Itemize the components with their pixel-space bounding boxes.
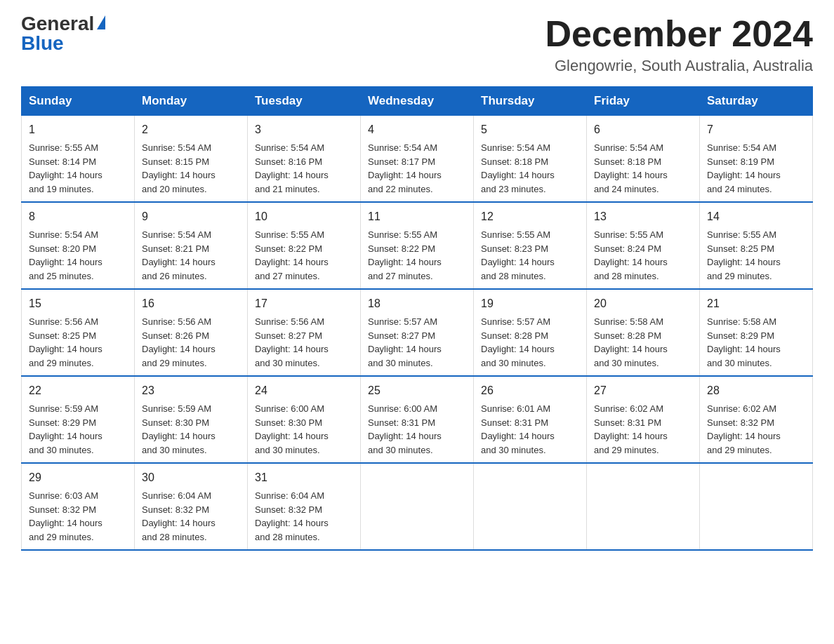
day-info: Sunrise: 5:55 AMSunset: 8:23 PMDaylight:…	[481, 229, 555, 281]
calendar-week-row: 29 Sunrise: 6:03 AMSunset: 8:32 PMDaylig…	[22, 463, 813, 550]
logo-triangle-icon	[97, 15, 105, 29]
calendar-day-cell	[361, 463, 474, 550]
calendar-day-cell: 27 Sunrise: 6:02 AMSunset: 8:31 PMDaylig…	[587, 376, 700, 463]
page-header: General Blue December 2024 Glengowrie, S…	[21, 14, 813, 75]
calendar-day-cell: 24 Sunrise: 6:00 AMSunset: 8:30 PMDaylig…	[248, 376, 361, 463]
day-number: 11	[368, 208, 466, 225]
day-number: 26	[481, 382, 579, 399]
calendar-title-area: December 2024 Glengowrie, South Australi…	[545, 14, 813, 75]
calendar-day-cell: 13 Sunrise: 5:55 AMSunset: 8:24 PMDaylig…	[587, 202, 700, 289]
calendar-day-cell	[700, 463, 813, 550]
day-info: Sunrise: 5:57 AMSunset: 8:27 PMDaylight:…	[368, 316, 442, 368]
day-number: 20	[594, 295, 692, 312]
calendar-week-row: 8 Sunrise: 5:54 AMSunset: 8:20 PMDayligh…	[22, 202, 813, 289]
day-info: Sunrise: 5:58 AMSunset: 8:28 PMDaylight:…	[594, 316, 668, 368]
day-number: 9	[142, 208, 240, 225]
day-number: 16	[142, 295, 240, 312]
day-info: Sunrise: 5:54 AMSunset: 8:15 PMDaylight:…	[142, 142, 216, 194]
calendar-day-cell: 5 Sunrise: 5:54 AMSunset: 8:18 PMDayligh…	[474, 116, 587, 203]
calendar-day-cell: 18 Sunrise: 5:57 AMSunset: 8:27 PMDaylig…	[361, 289, 474, 376]
calendar-week-row: 1 Sunrise: 5:55 AMSunset: 8:14 PMDayligh…	[22, 116, 813, 203]
day-info: Sunrise: 6:02 AMSunset: 8:31 PMDaylight:…	[594, 403, 668, 455]
day-info: Sunrise: 5:54 AMSunset: 8:17 PMDaylight:…	[368, 142, 442, 194]
day-info: Sunrise: 5:54 AMSunset: 8:19 PMDaylight:…	[707, 142, 781, 194]
calendar-day-cell: 19 Sunrise: 5:57 AMSunset: 8:28 PMDaylig…	[474, 289, 587, 376]
calendar-day-cell: 6 Sunrise: 5:54 AMSunset: 8:18 PMDayligh…	[587, 116, 700, 203]
logo: General Blue	[21, 14, 105, 53]
calendar-day-cell: 29 Sunrise: 6:03 AMSunset: 8:32 PMDaylig…	[22, 463, 135, 550]
calendar-day-cell: 21 Sunrise: 5:58 AMSunset: 8:29 PMDaylig…	[700, 289, 813, 376]
day-number: 27	[594, 382, 692, 399]
day-info: Sunrise: 5:59 AMSunset: 8:29 PMDaylight:…	[29, 403, 102, 455]
header-sunday: Sunday	[22, 87, 135, 116]
logo-blue-text: Blue	[21, 34, 64, 53]
calendar-day-cell: 28 Sunrise: 6:02 AMSunset: 8:32 PMDaylig…	[700, 376, 813, 463]
day-number: 7	[707, 121, 805, 138]
calendar-day-cell: 11 Sunrise: 5:55 AMSunset: 8:22 PMDaylig…	[361, 202, 474, 289]
day-number: 5	[481, 121, 579, 138]
day-number: 1	[29, 121, 127, 138]
day-number: 3	[255, 121, 353, 138]
day-number: 2	[142, 121, 240, 138]
header-saturday: Saturday	[700, 87, 813, 116]
logo-general-text: General	[21, 14, 94, 34]
calendar-day-cell	[587, 463, 700, 550]
day-number: 25	[368, 382, 466, 399]
calendar-day-cell: 1 Sunrise: 5:55 AMSunset: 8:14 PMDayligh…	[22, 116, 135, 203]
day-info: Sunrise: 6:03 AMSunset: 8:32 PMDaylight:…	[29, 490, 102, 542]
day-info: Sunrise: 5:57 AMSunset: 8:28 PMDaylight:…	[481, 316, 555, 368]
day-number: 15	[29, 295, 127, 312]
calendar-day-cell: 10 Sunrise: 5:55 AMSunset: 8:22 PMDaylig…	[248, 202, 361, 289]
day-info: Sunrise: 5:58 AMSunset: 8:29 PMDaylight:…	[707, 316, 781, 368]
calendar-header-row: Sunday Monday Tuesday Wednesday Thursday…	[22, 87, 813, 116]
day-number: 13	[594, 208, 692, 225]
day-info: Sunrise: 6:00 AMSunset: 8:31 PMDaylight:…	[368, 403, 442, 455]
day-info: Sunrise: 5:55 AMSunset: 8:24 PMDaylight:…	[594, 229, 668, 281]
calendar-day-cell: 26 Sunrise: 6:01 AMSunset: 8:31 PMDaylig…	[474, 376, 587, 463]
day-number: 30	[142, 469, 240, 486]
day-info: Sunrise: 6:00 AMSunset: 8:30 PMDaylight:…	[255, 403, 329, 455]
header-wednesday: Wednesday	[361, 87, 474, 116]
day-info: Sunrise: 5:54 AMSunset: 8:18 PMDaylight:…	[594, 142, 668, 194]
calendar-day-cell: 31 Sunrise: 6:04 AMSunset: 8:32 PMDaylig…	[248, 463, 361, 550]
calendar-day-cell: 25 Sunrise: 6:00 AMSunset: 8:31 PMDaylig…	[361, 376, 474, 463]
calendar-day-cell: 3 Sunrise: 5:54 AMSunset: 8:16 PMDayligh…	[248, 116, 361, 203]
day-info: Sunrise: 5:56 AMSunset: 8:26 PMDaylight:…	[142, 316, 216, 368]
day-number: 14	[707, 208, 805, 225]
day-number: 19	[481, 295, 579, 312]
calendar-day-cell: 2 Sunrise: 5:54 AMSunset: 8:15 PMDayligh…	[135, 116, 248, 203]
location-subtitle: Glengowrie, South Australia, Australia	[545, 57, 813, 75]
day-info: Sunrise: 5:54 AMSunset: 8:18 PMDaylight:…	[481, 142, 555, 194]
day-number: 31	[255, 469, 353, 486]
day-number: 8	[29, 208, 127, 225]
calendar-day-cell: 22 Sunrise: 5:59 AMSunset: 8:29 PMDaylig…	[22, 376, 135, 463]
day-info: Sunrise: 5:54 AMSunset: 8:20 PMDaylight:…	[29, 229, 102, 281]
day-info: Sunrise: 5:56 AMSunset: 8:27 PMDaylight:…	[255, 316, 329, 368]
calendar-day-cell	[474, 463, 587, 550]
calendar-week-row: 15 Sunrise: 5:56 AMSunset: 8:25 PMDaylig…	[22, 289, 813, 376]
calendar-day-cell: 7 Sunrise: 5:54 AMSunset: 8:19 PMDayligh…	[700, 116, 813, 203]
day-info: Sunrise: 5:55 AMSunset: 8:22 PMDaylight:…	[255, 229, 329, 281]
calendar-day-cell: 17 Sunrise: 5:56 AMSunset: 8:27 PMDaylig…	[248, 289, 361, 376]
day-info: Sunrise: 5:55 AMSunset: 8:14 PMDaylight:…	[29, 142, 102, 194]
day-info: Sunrise: 6:04 AMSunset: 8:32 PMDaylight:…	[255, 490, 329, 542]
day-number: 24	[255, 382, 353, 399]
day-number: 28	[707, 382, 805, 399]
day-number: 22	[29, 382, 127, 399]
calendar-table: Sunday Monday Tuesday Wednesday Thursday…	[21, 86, 813, 551]
header-thursday: Thursday	[474, 87, 587, 116]
calendar-week-row: 22 Sunrise: 5:59 AMSunset: 8:29 PMDaylig…	[22, 376, 813, 463]
day-number: 10	[255, 208, 353, 225]
day-number: 21	[707, 295, 805, 312]
calendar-day-cell: 8 Sunrise: 5:54 AMSunset: 8:20 PMDayligh…	[22, 202, 135, 289]
day-info: Sunrise: 5:55 AMSunset: 8:22 PMDaylight:…	[368, 229, 442, 281]
day-info: Sunrise: 5:54 AMSunset: 8:21 PMDaylight:…	[142, 229, 216, 281]
day-info: Sunrise: 6:01 AMSunset: 8:31 PMDaylight:…	[481, 403, 555, 455]
day-info: Sunrise: 5:55 AMSunset: 8:25 PMDaylight:…	[707, 229, 781, 281]
header-monday: Monday	[135, 87, 248, 116]
header-friday: Friday	[587, 87, 700, 116]
month-year-title: December 2024	[545, 14, 813, 54]
day-number: 6	[594, 121, 692, 138]
calendar-day-cell: 16 Sunrise: 5:56 AMSunset: 8:26 PMDaylig…	[135, 289, 248, 376]
calendar-day-cell: 20 Sunrise: 5:58 AMSunset: 8:28 PMDaylig…	[587, 289, 700, 376]
